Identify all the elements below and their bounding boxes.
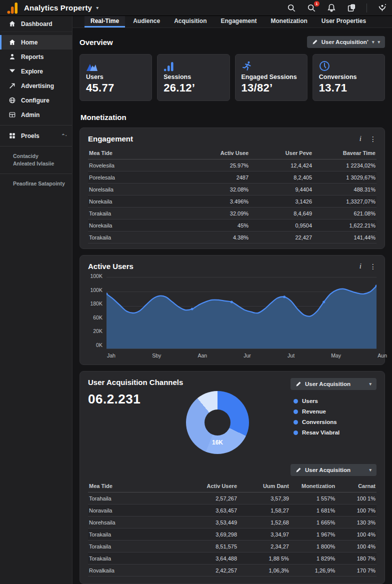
search-icon[interactable]	[286, 3, 296, 13]
column-header[interactable]: Activ Usere	[180, 480, 238, 492]
column-header[interactable]: Bavear Time	[313, 147, 376, 160]
sidebar-item-label: Explore	[21, 68, 43, 75]
voice-assistant-icon[interactable]	[377, 3, 387, 13]
column-header[interactable]: Carnat	[336, 480, 376, 492]
table-row[interactable]: Norekaila 3.496% 3,1426 1,3327,07%	[88, 196, 376, 208]
row-time: 1 2234,02%	[313, 160, 376, 172]
table-row[interactable]: Noravaila 3,63,457 1,58,27 1 681% 100 7%	[88, 504, 376, 516]
row-active-users: 3.496%	[186, 196, 250, 208]
row-active-users: 45%	[186, 220, 250, 232]
kebab-menu-icon[interactable]: ⋮	[370, 262, 376, 270]
tab-real-time[interactable]: Real-Time	[84, 16, 125, 28]
legend-label: Conversions	[302, 419, 337, 425]
card-sessions[interactable]: Sessions 26.12’	[157, 54, 230, 101]
sidebar-note-2[interactable]: Peaofirae Satapointy	[0, 177, 72, 190]
column-header[interactable]: Mea Tide	[88, 147, 186, 160]
row-active-users: 2,57,267	[180, 492, 238, 504]
user-acquisition-panel: User Acquisition Channels 06.2.231 16K U…	[80, 371, 385, 584]
table-row[interactable]: Torakaila 3,69,298 3,34,97 1 967% 100 4%	[88, 528, 376, 540]
donut-chart[interactable]: 16K	[186, 391, 249, 454]
column-header[interactable]: Mea Tide	[88, 480, 180, 492]
notification-badge: 1	[314, 1, 320, 6]
legend-item[interactable]: Revenue	[294, 408, 376, 414]
sidebar-note[interactable]: Contacidy Anleated Ivlasiie	[0, 150, 72, 170]
info-icon[interactable]: i	[360, 134, 362, 143]
sidebar-divider	[0, 146, 72, 146]
sidebar-item-home[interactable]: Home	[0, 35, 72, 50]
tab-user-properties[interactable]: User Properties	[316, 16, 372, 28]
table-row[interactable]: Torakaila 8,51,575 2,34,27 1 800% 100 4%	[88, 540, 376, 552]
x-tick: Aan	[198, 352, 207, 358]
caret-down-icon: ▾	[372, 40, 374, 44]
row-carnat: 170 7%	[336, 564, 376, 576]
card-value: 45.77	[86, 82, 146, 94]
table-row[interactable]: Porelesala 2487 8,2,405 1 3029,67%	[88, 172, 376, 184]
dropdown-label: User Acquisition’	[322, 39, 368, 45]
collapse-icon[interactable]: ⌃·	[61, 133, 67, 138]
legend-item[interactable]: Conversions	[294, 419, 376, 425]
y-tick: 100K	[90, 287, 102, 293]
user-acquisition-dropdown-3[interactable]: User Acquisition ▾	[290, 464, 376, 476]
area-chart-svg[interactable]	[106, 276, 376, 350]
tab-engagement[interactable]: Engagement	[215, 16, 263, 28]
row-user-dant: 1,58,27	[238, 504, 290, 516]
column-header[interactable]: Activ Usee	[186, 147, 250, 160]
sidebar-item-admin[interactable]: Admin	[0, 108, 72, 122]
sidebar-note-line: Anleated Ivlasiie	[13, 160, 65, 168]
card-conversions[interactable]: Conversions 13.71	[312, 54, 385, 101]
x-tick: Jah	[107, 352, 116, 358]
card-label: Engaged Sessions	[242, 74, 301, 80]
row-name: Norelsaila	[88, 184, 186, 196]
sidebar-item-dashboard[interactable]: Dashboard	[0, 16, 72, 32]
legend-label: Resav Viabral	[302, 430, 340, 436]
user-acquisition-dropdown-2[interactable]: User Acquisition ▾	[290, 378, 376, 390]
sidebar-item-proels[interactable]: Proels ⌃·	[0, 128, 72, 143]
row-time: 1,3327,07%	[313, 196, 376, 208]
search-alerts-icon[interactable]: 1	[306, 3, 316, 13]
tab-monetization[interactable]: Monetization	[265, 16, 314, 28]
sidebar-item-reports[interactable]: Reports	[0, 50, 72, 64]
tab-audience[interactable]: Audience	[127, 16, 166, 28]
column-header[interactable]: User Peve	[250, 147, 313, 160]
info-icon[interactable]: i	[360, 262, 362, 270]
bell-icon[interactable]	[326, 3, 336, 13]
card-engaged-sessions[interactable]: Engaged Sessions 13/82’	[235, 54, 308, 101]
sidebar-item-configure[interactable]: Configure	[0, 93, 72, 108]
dropdown-label: User Acquisition	[305, 467, 350, 473]
table-row[interactable]: Rovelesila 25.97% 12,4,424 1 2234,02%	[88, 160, 376, 172]
sidebar-item-explore[interactable]: Explore	[0, 64, 72, 78]
row-user-dant: 1,88 5%	[238, 552, 290, 564]
runner-icon	[242, 60, 301, 72]
row-name: Noravaila	[88, 504, 180, 516]
table-row[interactable]: Rovalkaila 2,42,257 1,06,3% 1,26,9% 170 …	[88, 564, 376, 576]
row-name: Norehsaila	[88, 516, 180, 528]
row-name: Norekaila	[88, 220, 186, 232]
sidebar-item-advertising[interactable]: Advertising	[0, 78, 72, 93]
row-monetization: 1 829%	[290, 552, 336, 564]
table-row[interactable]: Norehsaila 3,53,449 1,52,68 1 665% 130 3…	[88, 516, 376, 528]
table-row[interactable]: Torakaila 4.38% 22,427 141,44%	[88, 232, 376, 244]
row-name: Torakaila	[88, 528, 180, 540]
insights-feed-icon[interactable]	[346, 3, 356, 13]
row-carnat: 100 4%	[336, 540, 376, 552]
legend-item[interactable]: Users	[294, 398, 376, 404]
table-row[interactable]: Torahaila 2,57,267 3,57,39 1 557% 100 1%	[88, 492, 376, 504]
user-acquisition-dropdown[interactable]: User Acquisition’ ▾ ▾	[307, 36, 385, 48]
engagement-panel-title: Engagement	[88, 134, 133, 143]
kebab-menu-icon[interactable]: ⋮	[370, 135, 376, 143]
legend-label: Revenue	[302, 408, 326, 414]
table-row[interactable]: Torakaila 32.09% 8,4,649 621.08%	[88, 208, 376, 220]
tab-acquisition[interactable]: Acquisition	[168, 16, 212, 28]
property-switcher-caret-icon[interactable]: ▾	[96, 5, 98, 10]
card-users[interactable]: Users 45.77	[80, 54, 152, 101]
row-carnat: 180 7%	[336, 552, 376, 564]
table-row[interactable]: Norelsaila 32.08% 9,4404 488.31%	[88, 184, 376, 196]
row-user-perc: 8,2,405	[250, 172, 313, 184]
column-header[interactable]: Monetization	[290, 480, 336, 492]
monetization-section-title: Monetization	[80, 113, 385, 122]
legend-item[interactable]: Resav Viabral	[294, 430, 376, 436]
table-row[interactable]: Torakaila 3,64,488 1,88 5% 1 829% 180 7%	[88, 552, 376, 564]
y-tick: 60K	[93, 314, 102, 320]
table-row[interactable]: Norekaila 45% 0,9504 1,622.21%	[88, 220, 376, 232]
column-header[interactable]: Uum Dant	[238, 480, 290, 492]
